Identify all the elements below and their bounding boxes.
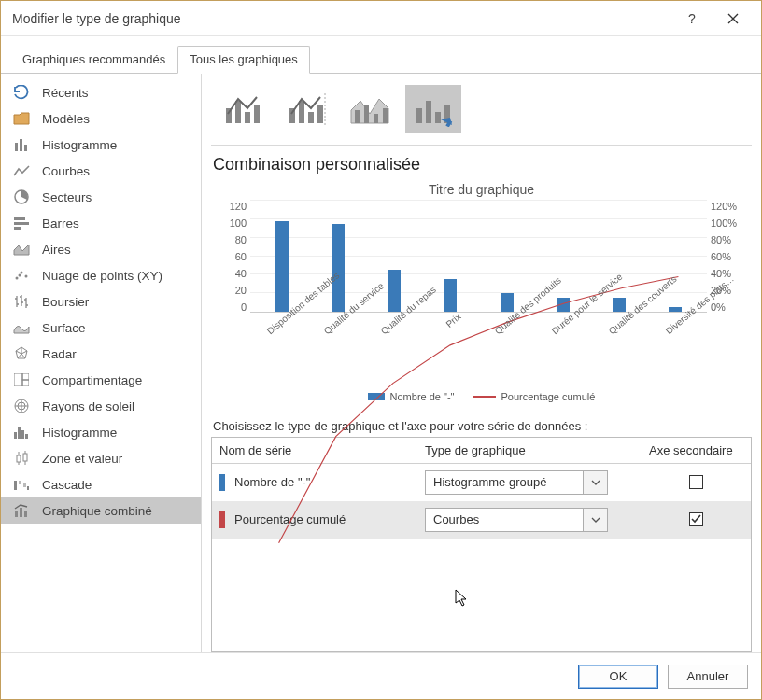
sidebar-item-recents[interactable]: Récents (1, 79, 201, 105)
svg-rect-1 (20, 139, 22, 151)
sidebar-item-label: Graphique combiné (42, 504, 152, 518)
svg-rect-2 (24, 145, 27, 151)
svg-rect-35 (308, 112, 314, 123)
series-table-empty (212, 539, 751, 651)
sidebar-item-area[interactable]: Aires (1, 236, 201, 262)
scatter-chart-icon (12, 267, 31, 284)
svg-point-8 (21, 272, 23, 274)
sidebar-item-label: Zone et valeur (42, 452, 122, 466)
radar-chart-icon (12, 345, 31, 362)
sidebar-item-bar[interactable]: Barres (1, 210, 201, 236)
sidebar-item-sunburst[interactable]: Rayons de soleil (1, 393, 201, 419)
folder-icon (12, 110, 31, 127)
sidebar-item-label: Secteurs (42, 190, 92, 204)
sidebar-item-pie[interactable]: Secteurs (1, 184, 201, 210)
svg-point-10 (19, 274, 21, 277)
combo-variant-1[interactable] (215, 85, 271, 133)
svg-rect-25 (27, 486, 29, 490)
combo-variant-icon (413, 91, 454, 127)
sidebar-item-label: Aires (42, 243, 71, 257)
sidebar-item-label: Surface (42, 321, 86, 335)
pie-chart-icon (12, 189, 31, 205)
svg-rect-28 (24, 511, 27, 517)
tabbar: Graphiques recommandés Tous les graphiqu… (1, 36, 761, 74)
combo-chart-icon (12, 502, 31, 519)
combo-variant-icon (222, 91, 263, 127)
combo-variant-custom[interactable] (405, 85, 461, 133)
sidebar-item-boxwhisker[interactable]: Zone et valeur (1, 445, 201, 471)
stock-chart-icon (12, 293, 31, 310)
svg-rect-22 (14, 481, 17, 490)
series-color-swatch (219, 511, 225, 528)
series-color-swatch (219, 474, 225, 491)
svg-rect-21 (23, 454, 27, 461)
sidebar-item-templates[interactable]: Modèles (1, 105, 201, 132)
sidebar-item-label: Histogramme (42, 426, 117, 440)
sidebar-item-column[interactable]: Histogramme (1, 132, 201, 158)
sidebar-item-label: Compartimentage (42, 373, 142, 387)
svg-rect-43 (435, 112, 441, 123)
svg-rect-0 (15, 143, 18, 151)
sidebar-item-stock[interactable]: Boursier (1, 288, 201, 315)
line-chart-icon (12, 162, 31, 179)
svg-rect-36 (318, 105, 323, 123)
sidebar-item-label: Histogramme (42, 138, 117, 152)
svg-rect-24 (23, 483, 26, 487)
dialog-footer: OK Annuler (1, 652, 761, 699)
svg-rect-18 (21, 430, 24, 439)
svg-rect-40 (383, 108, 388, 123)
close-button[interactable] (713, 5, 754, 33)
tab-all[interactable]: Tous les graphiques (177, 46, 310, 74)
treemap-icon (12, 371, 31, 388)
svg-rect-38 (364, 105, 369, 123)
svg-rect-11 (14, 373, 22, 386)
sidebar-item-label: Boursier (42, 295, 89, 309)
chart-title: Titre du graphique (213, 180, 750, 201)
sidebar-item-scatter[interactable]: Nuage de points (XY) (1, 262, 201, 288)
svg-rect-41 (416, 108, 422, 123)
dialog-window: Modifier le type de graphique ? Graphiqu… (0, 0, 762, 700)
chart-area: 120100806040200 Disp (213, 201, 750, 387)
svg-rect-5 (14, 222, 29, 225)
close-icon (727, 13, 739, 24)
y-axis-primary: 120100806040200 (213, 201, 250, 313)
svg-rect-23 (19, 481, 21, 484)
sidebar-item-histogram[interactable]: Histogramme (1, 419, 201, 445)
svg-point-7 (16, 277, 19, 280)
sidebar-item-combo[interactable]: Graphique combiné (1, 497, 201, 524)
combo-variant-icon (349, 91, 390, 127)
sidebar-item-label: Modèles (42, 112, 90, 126)
sidebar-item-label: Radar (42, 347, 77, 361)
sidebar-item-label: Nuage de points (XY) (42, 269, 162, 283)
box-whisker-icon (12, 450, 31, 467)
sunburst-icon (12, 398, 31, 414)
sidebar-item-treemap[interactable]: Compartimentage (1, 367, 201, 393)
sidebar-item-waterfall[interactable]: Cascade (1, 471, 201, 497)
help-button[interactable]: ? (671, 5, 713, 33)
cancel-button[interactable]: Annuler (668, 665, 748, 689)
combo-variant-3[interactable] (342, 85, 398, 133)
svg-point-9 (25, 275, 28, 278)
tab-recommended[interactable]: Graphiques recommandés (10, 46, 177, 74)
combo-variant-2[interactable] (278, 85, 334, 133)
svg-rect-26 (15, 511, 18, 517)
bar-chart-icon (12, 215, 31, 231)
svg-rect-19 (25, 434, 28, 439)
svg-rect-31 (245, 112, 250, 123)
svg-rect-30 (235, 101, 241, 123)
sidebar-item-label: Rayons de soleil (42, 399, 134, 413)
ok-button[interactable]: OK (578, 665, 658, 689)
sidebar-item-surface[interactable]: Surface (1, 315, 201, 341)
svg-rect-34 (299, 101, 304, 123)
chart-type-sidebar[interactable]: Récents Modèles Histogramme Courbes Sect… (1, 74, 202, 652)
column-chart-icon (12, 136, 31, 153)
svg-rect-4 (14, 217, 25, 220)
plot-wrap: Disposition des tablesQualité du service… (250, 201, 707, 387)
combo-variant-icon (286, 91, 327, 127)
sidebar-item-label: Récents (42, 86, 89, 100)
sidebar-item-line[interactable]: Courbes (1, 158, 201, 184)
sidebar-item-radar[interactable]: Radar (1, 341, 201, 367)
svg-rect-20 (17, 455, 21, 462)
section-title: Combinaison personnalisée (211, 146, 752, 180)
histogram-icon (12, 424, 31, 441)
